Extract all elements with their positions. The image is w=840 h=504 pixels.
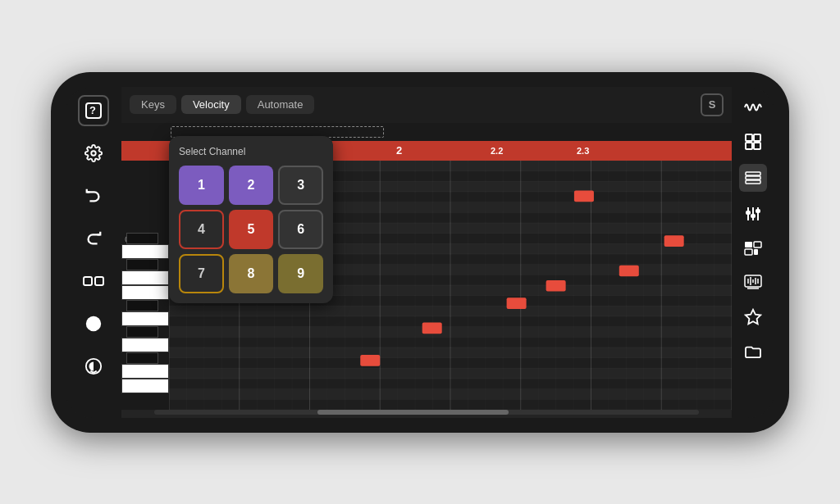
svg-rect-16	[746, 211, 750, 214]
channel-btn-9[interactable]: 9	[278, 254, 323, 293]
svg-rect-17	[751, 215, 755, 217]
piano-keys: C6	[121, 161, 169, 410]
settings-icon[interactable]	[78, 138, 109, 169]
channel-btn-6[interactable]: 6	[278, 210, 323, 249]
timeline-marker-5: 2.3	[577, 146, 589, 156]
svg-text:?: ?	[89, 104, 96, 116]
channel-btn-4[interactable]: 4	[179, 210, 224, 249]
channel-btn-5[interactable]: 5	[229, 210, 274, 249]
help-icon[interactable]: ?	[78, 95, 109, 126]
folder-icon[interactable]	[741, 339, 765, 364]
piano-roll-icon[interactable]	[739, 164, 767, 192]
svg-rect-6	[746, 134, 752, 141]
svg-rect-7	[754, 134, 760, 141]
play-icon[interactable]	[78, 351, 109, 382]
svg-rect-22	[754, 249, 758, 255]
svg-rect-10	[746, 172, 760, 175]
channel-selector-title: Select Channel	[179, 146, 323, 157]
sample-icon[interactable]	[741, 270, 765, 295]
scrollbar[interactable]	[154, 410, 699, 415]
svg-point-2	[91, 151, 96, 156]
star-icon[interactable]	[741, 305, 765, 329]
tab-velocity[interactable]: Velocity	[181, 95, 241, 114]
svg-rect-19	[745, 242, 752, 247]
mixer-icon[interactable]	[741, 202, 765, 226]
sidebar-right	[732, 87, 774, 418]
s-button[interactable]: S	[701, 93, 724, 116]
channel-btn-8[interactable]: 8	[229, 254, 274, 293]
svg-rect-4	[95, 277, 103, 285]
record-icon[interactable]	[78, 308, 109, 339]
toolbar: Keys Velocity Automate S	[121, 87, 732, 123]
timeline-marker-3: 2	[396, 144, 402, 157]
svg-rect-3	[84, 277, 92, 285]
svg-rect-9	[754, 143, 760, 149]
pattern-icon[interactable]	[741, 236, 765, 261]
loop-icon[interactable]	[78, 266, 109, 297]
channel-btn-7[interactable]: 7	[179, 254, 224, 293]
svg-rect-12	[746, 180, 760, 184]
channel-btn-1[interactable]: 1	[179, 166, 224, 205]
channel-btn-2[interactable]: 2	[229, 166, 274, 205]
timeline-marker-4: 2.2	[491, 146, 503, 156]
phone-screen: ?	[66, 87, 774, 418]
grid-icon[interactable]	[741, 129, 765, 154]
tab-keys[interactable]: Keys	[130, 95, 176, 114]
svg-rect-8	[746, 143, 752, 149]
scrollbar-thumb	[317, 410, 508, 415]
channel-selector: Select Channel 1 2 3 4 5 6 7 8 9	[169, 136, 333, 303]
svg-rect-21	[745, 249, 752, 255]
svg-marker-30	[746, 309, 760, 323]
sidebar-left: ?	[66, 87, 121, 418]
svg-rect-20	[754, 242, 761, 247]
svg-rect-18	[756, 210, 760, 212]
svg-point-5	[86, 316, 101, 330]
main-content: Keys Velocity Automate S 1.3 1.4 2 2.2	[121, 87, 732, 418]
channel-grid: 1 2 3 4 5 6 7 8 9	[179, 166, 323, 293]
phone-device: ?	[51, 72, 789, 433]
undo-icon[interactable]	[78, 180, 109, 211]
redo-icon[interactable]	[78, 223, 109, 254]
svg-rect-11	[746, 176, 760, 179]
waveform-icon[interactable]	[741, 95, 765, 120]
tab-automate[interactable]: Automate	[246, 95, 315, 114]
channel-btn-3[interactable]: 3	[278, 166, 323, 205]
